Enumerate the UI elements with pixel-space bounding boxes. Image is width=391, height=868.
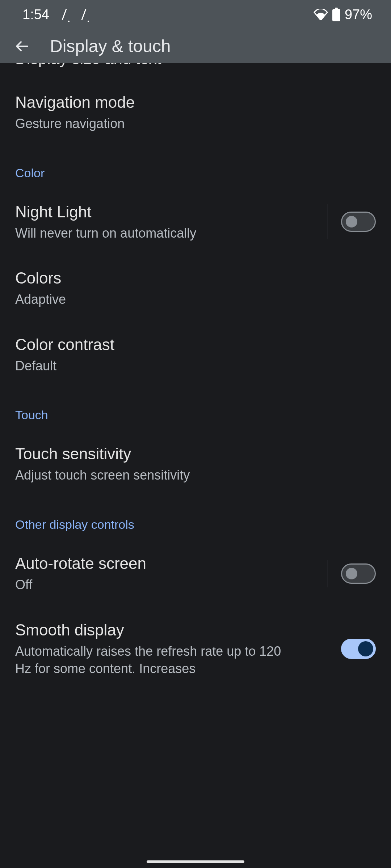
setting-subtitle: Gesture navigation	[15, 115, 376, 133]
status-right: 97%	[314, 7, 372, 22]
section-header-color: Color	[0, 146, 391, 189]
svg-rect-1	[332, 9, 340, 21]
svg-rect-0	[335, 8, 338, 9]
setting-title: Night Light	[15, 202, 318, 222]
setting-title: Display size and text	[15, 63, 376, 68]
settings-content[interactable]: Display size and text Navigation mode Ge…	[0, 63, 391, 691]
wifi-icon	[314, 9, 328, 20]
setting-row-night-light[interactable]: Night Light Will never turn on automatic…	[0, 189, 391, 255]
setting-title: Navigation mode	[15, 92, 376, 112]
setting-subtitle: Adjust touch screen sensitivity	[15, 467, 376, 484]
setting-subtitle: Default	[15, 357, 376, 375]
setting-row-color-contrast[interactable]: Color contrast Default	[0, 322, 391, 388]
setting-subtitle: Adaptive	[15, 291, 376, 309]
switch-container	[328, 204, 376, 239]
app-bar: Display & touch	[0, 29, 391, 63]
setting-subtitle: Will never turn on automatically	[15, 225, 318, 242]
status-notification-icons	[60, 8, 88, 21]
notification-icon	[80, 8, 88, 21]
gesture-nav-pill[interactable]	[147, 860, 244, 863]
battery-icon	[332, 8, 340, 21]
notification-icon	[60, 8, 68, 21]
setting-row-touch-sensitivity[interactable]: Touch sensitivity Adjust touch screen se…	[0, 431, 391, 497]
night-light-toggle[interactable]	[341, 212, 376, 232]
vertical-divider	[328, 204, 328, 239]
setting-subtitle: Automatically raises the refresh rate up…	[15, 643, 290, 678]
arrow-left-icon	[14, 38, 30, 54]
setting-subtitle: Off	[15, 576, 318, 594]
switch-container	[341, 639, 376, 659]
section-header-touch: Touch	[0, 388, 391, 431]
status-battery-pct: 97%	[345, 7, 372, 22]
status-left: 1:54	[22, 7, 88, 22]
switch-container	[328, 560, 376, 587]
auto-rotate-toggle[interactable]	[341, 563, 376, 584]
page-title: Display & touch	[50, 36, 171, 56]
vertical-divider	[328, 560, 328, 587]
setting-title: Color contrast	[15, 335, 376, 354]
section-header-other: Other display controls	[0, 497, 391, 540]
setting-title: Smooth display	[15, 620, 331, 640]
setting-title: Auto-rotate screen	[15, 553, 318, 573]
setting-row-auto-rotate[interactable]: Auto-rotate screen Off	[0, 540, 391, 607]
status-bar: 1:54 97%	[0, 0, 391, 29]
smooth-display-toggle[interactable]	[341, 639, 376, 659]
back-button[interactable]	[11, 35, 33, 57]
setting-row-navigation-mode[interactable]: Navigation mode Gesture navigation	[0, 71, 391, 146]
setting-row-colors[interactable]: Colors Adaptive	[0, 255, 391, 322]
setting-row-display-size-cut[interactable]: Display size and text	[0, 63, 391, 71]
status-time: 1:54	[22, 7, 49, 22]
setting-row-smooth-display[interactable]: Smooth display Automatically raises the …	[0, 607, 391, 691]
setting-title: Touch sensitivity	[15, 444, 376, 464]
setting-title: Colors	[15, 268, 376, 288]
